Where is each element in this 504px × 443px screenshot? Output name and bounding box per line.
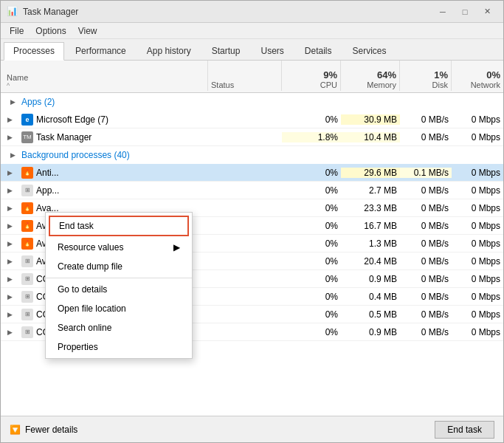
edge-icon: e bbox=[21, 114, 33, 126]
col-cpu[interactable]: 9% CPU bbox=[282, 61, 341, 91]
cell-cpu: 0% bbox=[282, 168, 341, 178]
cell-cpu: 0% bbox=[282, 114, 341, 125]
cell-cpu: 0% bbox=[282, 309, 341, 320]
ctx-end-task[interactable]: End task bbox=[49, 216, 189, 236]
context-menu: End task Resource values ▶ Create dump f… bbox=[45, 212, 193, 359]
row-expand[interactable]: ▶ bbox=[4, 114, 15, 126]
tab-services[interactable]: Services bbox=[343, 42, 396, 60]
cell-cpu: 0% bbox=[282, 238, 341, 249]
cell-memory: 30.9 MB bbox=[341, 114, 400, 125]
cell-memory: 2.7 MB bbox=[341, 185, 400, 196]
maximize-button[interactable]: □ bbox=[455, 4, 475, 19]
row-expand[interactable]: ▶ bbox=[4, 255, 15, 267]
row-expand[interactable]: ▶ bbox=[4, 291, 15, 303]
avast-icon: 🔥 bbox=[21, 220, 33, 232]
row-expand[interactable]: ▶ bbox=[4, 326, 15, 338]
cell-disk: 0 MB/s bbox=[400, 256, 452, 267]
fewer-details-btn[interactable]: 🔽 Fewer details bbox=[10, 425, 77, 435]
cell-disk: 0 MB/s bbox=[400, 327, 452, 337]
table-row[interactable]: ▶ e Microsoft Edge (7) 0% 30.9 MB 0 MB/s… bbox=[1, 111, 503, 128]
title-buttons: ─ □ ✕ bbox=[432, 4, 497, 19]
cell-memory: 0.5 MB bbox=[341, 309, 400, 320]
tabs: Processes Performance App history Startu… bbox=[1, 39, 503, 61]
ctx-properties[interactable]: Properties bbox=[46, 337, 192, 357]
col-name-label: Name bbox=[7, 73, 28, 82]
cpu-label: CPU bbox=[320, 80, 337, 89]
col-network[interactable]: 0% Network bbox=[452, 61, 503, 91]
row-expand[interactable]: ▶ bbox=[4, 185, 15, 196]
table-row[interactable]: ▶ TM Task Manager 1.8% 10.4 MB 0 MB/s 0 … bbox=[1, 128, 503, 146]
col-disk[interactable]: 1% Disk bbox=[400, 61, 452, 91]
process-name: App... bbox=[36, 185, 59, 196]
cell-network: 0 Mbps bbox=[452, 185, 503, 196]
row-expand[interactable]: ▶ bbox=[4, 238, 15, 250]
cell-cpu: 0% bbox=[282, 221, 341, 231]
tab-processes[interactable]: Processes bbox=[4, 42, 64, 61]
section-header-background[interactable]: ▶ Background processes (40) bbox=[1, 146, 503, 164]
cell-memory: 0.9 MB bbox=[341, 327, 400, 337]
col-name[interactable]: Name ^ bbox=[1, 61, 208, 91]
expand-apps[interactable]: ▶ bbox=[7, 96, 18, 108]
ctx-search-online[interactable]: Search online bbox=[46, 318, 192, 337]
process-name: Task Manager bbox=[36, 132, 92, 142]
tab-details[interactable]: Details bbox=[295, 42, 342, 60]
title-bar: 📊 Task Manager ─ □ ✕ bbox=[1, 1, 503, 23]
tab-users[interactable]: Users bbox=[251, 42, 293, 60]
row-expand[interactable]: ▶ bbox=[4, 309, 15, 320]
cell-cpu: 0% bbox=[282, 327, 341, 337]
title-bar-left: 📊 Task Manager bbox=[7, 6, 78, 18]
cell-disk: 0 MB/s bbox=[400, 185, 452, 196]
cell-name: ▶ TM Task Manager bbox=[1, 131, 208, 143]
ctx-resource-values[interactable]: Resource values ▶ bbox=[46, 238, 192, 257]
section-header-apps[interactable]: ▶ Apps (2) bbox=[1, 93, 503, 111]
menu-file[interactable]: File bbox=[4, 24, 30, 38]
process-icon: ⊞ bbox=[21, 255, 33, 267]
ctx-create-dump[interactable]: Create dump file bbox=[46, 257, 192, 276]
cell-network: 0 Mbps bbox=[452, 221, 503, 231]
cell-disk: 0 MB/s bbox=[400, 292, 452, 302]
cell-disk: 0 MB/s bbox=[400, 221, 452, 231]
col-memory[interactable]: 64% Memory bbox=[341, 61, 400, 91]
cell-memory: 10.4 MB bbox=[341, 132, 400, 142]
app-icon: 📊 bbox=[7, 6, 18, 18]
task-manager-window: 📊 Task Manager ─ □ ✕ File Options View P… bbox=[0, 0, 504, 443]
cell-network: 0 Mbps bbox=[452, 256, 503, 267]
cell-name: ▶ 🔥 Anti... bbox=[1, 167, 208, 179]
row-expand[interactable]: ▶ bbox=[4, 167, 15, 179]
cell-memory: 29.6 MB bbox=[341, 168, 400, 178]
memory-pct: 64% bbox=[377, 69, 396, 80]
process-icon: ⊞ bbox=[21, 291, 33, 303]
row-expand[interactable]: ▶ bbox=[4, 220, 15, 232]
minimize-button[interactable]: ─ bbox=[432, 4, 453, 19]
avast-icon: 🔥 bbox=[21, 167, 33, 179]
tab-app-history[interactable]: App history bbox=[137, 42, 201, 60]
expand-background[interactable]: ▶ bbox=[7, 149, 18, 161]
cell-memory: 1.3 MB bbox=[341, 238, 400, 249]
ctx-go-to-details[interactable]: Go to details bbox=[46, 280, 192, 299]
table-row[interactable]: ▶ 🔥 Anti... 0% 29.6 MB 0.1 MB/s 0 Mbps bbox=[1, 164, 503, 182]
ctx-open-file-location[interactable]: Open file location bbox=[46, 299, 192, 318]
memory-label: Memory bbox=[367, 80, 396, 89]
cell-cpu: 0% bbox=[282, 256, 341, 267]
menu-view[interactable]: View bbox=[72, 24, 103, 38]
end-task-button[interactable]: End task bbox=[435, 421, 494, 439]
avast-icon: 🔥 bbox=[21, 202, 33, 214]
menu-bar: File Options View bbox=[1, 23, 503, 39]
cell-network: 0 Mbps bbox=[452, 114, 503, 125]
tab-startup[interactable]: Startup bbox=[202, 42, 250, 60]
cell-network: 0 Mbps bbox=[452, 309, 503, 320]
row-expand[interactable]: ▶ bbox=[4, 202, 15, 214]
table-area: Name ^ Status 9% CPU 64% Memory 1% Disk … bbox=[1, 61, 503, 416]
col-status[interactable]: Status bbox=[208, 61, 282, 91]
tab-performance[interactable]: Performance bbox=[66, 42, 136, 60]
menu-options[interactable]: Options bbox=[30, 24, 72, 38]
cell-cpu: 1.8% bbox=[282, 132, 341, 142]
close-button[interactable]: ✕ bbox=[477, 4, 497, 19]
cell-disk: 0 MB/s bbox=[400, 114, 452, 125]
row-expand[interactable]: ▶ bbox=[4, 273, 15, 285]
cell-memory: 16.7 MB bbox=[341, 221, 400, 231]
table-row[interactable]: ▶ ⊞ App... 0% 2.7 MB 0 MB/s 0 Mbps bbox=[1, 182, 503, 199]
row-expand[interactable]: ▶ bbox=[4, 131, 15, 143]
section-label-background: Background processes (40) bbox=[21, 150, 130, 160]
disk-pct: 1% bbox=[434, 69, 448, 80]
